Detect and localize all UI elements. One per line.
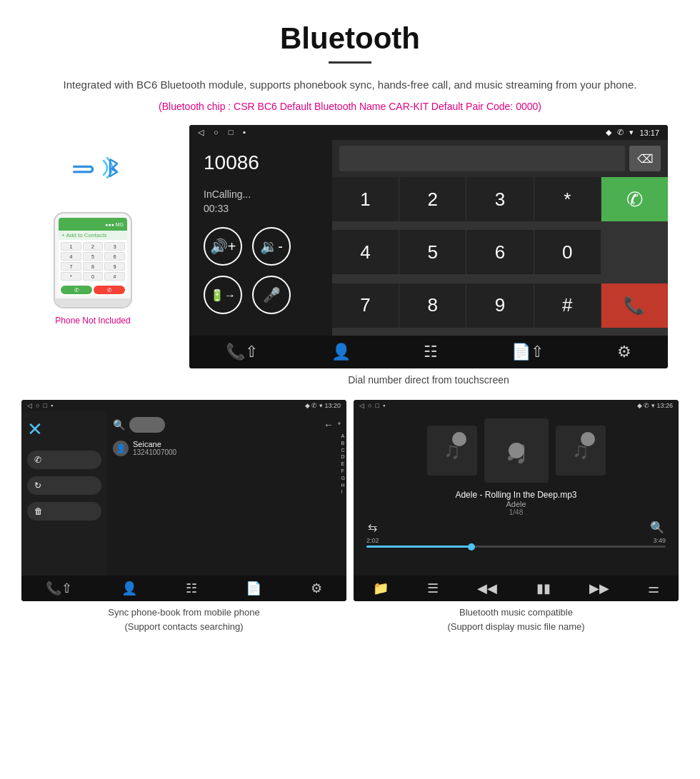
pb-search-oval[interactable] <box>129 417 165 433</box>
music-play-pause-icon[interactable]: ▮▮ <box>536 581 551 596</box>
transfer-call-button[interactable]: 🔋→ <box>204 276 242 314</box>
bottom-row: ◁ ○ □ ▪ ◆ ✆ ▾ 13:20 ✕ ✆ ↻ 🗑 <box>0 393 700 633</box>
car-end-call-button[interactable]: 📞 <box>601 283 668 328</box>
phone-key-star: * <box>61 272 81 281</box>
music-art-row: ♫ ♫ ♫ <box>427 418 606 483</box>
music-folder-icon[interactable]: 📁 <box>373 581 389 596</box>
phone-key-9: 9 <box>104 262 125 271</box>
music-search-icon[interactable]: 🔍 <box>650 521 664 534</box>
music-art-center: ♫ <box>484 418 549 483</box>
car-key-5[interactable]: 5 <box>399 230 466 274</box>
music-bottom-nav: 📁 ☰ ◀◀ ▮▮ ▶▶ ⚌ <box>354 576 679 601</box>
pb-settings-nav[interactable]: ⚙ <box>311 581 322 596</box>
recent-nav-icon: □ <box>229 128 234 137</box>
car-key-7[interactable]: 7 <box>332 283 399 328</box>
phonebook-caption: Sync phone-book from mobile phone(Suppor… <box>108 605 259 633</box>
pb-contact-avatar: 👤 <box>113 441 129 456</box>
bluetooth-signal-icon <box>100 154 121 182</box>
pb-log-nav[interactable]: 📄 <box>246 581 261 596</box>
car-dialed-number: 10086 <box>204 151 318 174</box>
car-call-timer: 00:33 <box>204 203 318 214</box>
car-log-icon[interactable]: 📄⇧ <box>511 343 544 361</box>
car-key-3[interactable]: 3 <box>466 177 533 221</box>
pb-search-icon[interactable]: 🔍 <box>113 419 125 431</box>
car-key-hash[interactable]: # <box>534 283 601 328</box>
music-time-current: 2:02 <box>366 537 379 544</box>
music-list-icon[interactable]: ☰ <box>427 581 439 596</box>
car-nav-icons: ◁ ○ □ ▪ <box>198 128 246 137</box>
pb-sync-pill[interactable]: ↻ <box>27 476 101 495</box>
pb-contact-info: Seicane 13241007000 <box>133 440 176 456</box>
volume-up-button[interactable]: 🔊+ <box>204 227 242 266</box>
music-main-area: ♫ ♫ ♫ Adele - <box>354 411 679 576</box>
music-time-total: 3:49 <box>653 537 666 544</box>
music-screen: ◁ ○ □ ▪ ◆ ✆ ▾ 13:26 ♫ ♫ <box>354 400 679 601</box>
pb-phone-pill[interactable]: ✆ <box>27 451 101 469</box>
phone-add-contacts: + Add to Contacts <box>59 231 127 240</box>
volume-down-button[interactable]: 🔉- <box>252 227 291 266</box>
pb-contacts-nav[interactable]: 👤 <box>121 581 137 596</box>
car-screen-wrap: ◁ ○ □ ▪ ◆ ✆ ▾ 13:17 10086 InCalling... <box>179 125 679 386</box>
pb-delete-pill[interactable]: 🗑 <box>27 502 101 521</box>
pb-bottom-nav: 📞⇧ 👤 ☷ 📄 ⚙ <box>21 576 346 601</box>
pb-dialpad-nav[interactable]: ☷ <box>186 581 197 596</box>
phonebook-screen: ◁ ○ □ ▪ ◆ ✆ ▾ 13:20 ✕ ✆ ↻ 🗑 <box>21 400 346 601</box>
car-call-button[interactable]: ✆ <box>601 177 668 221</box>
car-contacts-icon[interactable]: 👤 <box>331 343 351 361</box>
pb-right-panel: 🔍 ← * 👤 Seicane 13241007000 A <box>107 411 346 576</box>
mute-button[interactable]: 🎤 <box>252 276 291 314</box>
bluetooth-symbol-icon: ⥰ <box>71 152 96 185</box>
phone-key-0: 0 <box>83 272 104 281</box>
pb-contact-name: Seicane <box>133 440 176 448</box>
car-backspace-button[interactable]: ⌫ <box>629 146 661 171</box>
pb-delete-icon: 🗑 <box>34 506 43 516</box>
car-input-field[interactable] <box>339 146 625 171</box>
pb-phone-nav[interactable]: 📞⇧ <box>46 581 72 596</box>
car-key-star[interactable]: * <box>534 177 601 221</box>
pb-asterisk: * <box>338 421 341 429</box>
music-time: ◆ ✆ ▾ 13:26 <box>637 402 673 409</box>
music-section: ◁ ○ □ ▪ ◆ ✆ ▾ 13:26 ♫ ♫ <box>354 400 679 633</box>
phone-not-included-label: Phone Not Included <box>55 316 130 326</box>
music-artist-name: Adele <box>455 500 576 508</box>
pb-sync-icon: ↻ <box>34 481 41 491</box>
phone-dialpad: 1 2 3 4 5 6 7 8 9 * <box>59 240 127 284</box>
wifi-icon: ▾ <box>629 128 634 137</box>
car-settings-icon[interactable]: ⚙ <box>617 343 631 361</box>
bluetooth-icon-wrap: ⥰ <box>64 146 121 203</box>
music-shuffle-icon[interactable]: ⇆ <box>368 521 377 534</box>
clock-display: 13:17 <box>639 129 659 137</box>
music-status-bar: ◁ ○ □ ▪ ◆ ✆ ▾ 13:26 <box>354 400 679 411</box>
car-key-1[interactable]: 1 <box>332 177 399 221</box>
music-metadata: Adele - Rolling In the Deep.mp3 Adele 1/… <box>455 490 576 516</box>
music-prev-icon[interactable]: ◀◀ <box>477 581 497 596</box>
car-phone-nav-icon[interactable]: 📞⇧ <box>226 343 258 361</box>
car-dialpad-icon[interactable]: ☷ <box>424 343 438 361</box>
pb-search-bar: 🔍 ← * <box>113 417 341 433</box>
car-key-4[interactable]: 4 <box>332 230 399 274</box>
music-art-dot <box>509 443 524 458</box>
car-key-6[interactable]: 6 <box>466 230 533 274</box>
title-underline <box>329 61 371 64</box>
music-eq-icon[interactable]: ⚌ <box>648 581 659 596</box>
car-key-2[interactable]: 2 <box>399 177 466 221</box>
music-progress-bar[interactable] <box>366 546 666 548</box>
phone-key-8: 8 <box>83 262 104 271</box>
car-key-8[interactable]: 8 <box>399 283 466 328</box>
car-key-0[interactable]: 0 <box>534 230 601 274</box>
pb-phone-icon: ✆ <box>34 455 41 465</box>
car-main-area: 10086 InCalling... 00:33 🔊+ 🔉- 🔋→ 🎤 <box>189 140 668 336</box>
end-call-icon: 📞 <box>624 296 645 316</box>
phone-key-7: 7 <box>61 262 81 271</box>
location-icon: ◆ <box>606 128 611 137</box>
pb-bluetooth-icon: ✕ <box>27 418 101 441</box>
page-title: Bluetooth <box>0 0 700 61</box>
phone-key-hash: # <box>104 272 125 281</box>
call-icon: ✆ <box>626 188 643 211</box>
pb-back-button[interactable]: ← <box>324 419 334 431</box>
music-progress-fill <box>366 546 471 548</box>
phone-call-row: ✆ ✆ <box>59 284 127 296</box>
music-next-icon[interactable]: ▶▶ <box>589 581 609 596</box>
car-key-9[interactable]: 9 <box>466 283 533 328</box>
car-bottom-nav: 📞⇧ 👤 ☷ 📄⇧ ⚙ <box>189 336 668 368</box>
